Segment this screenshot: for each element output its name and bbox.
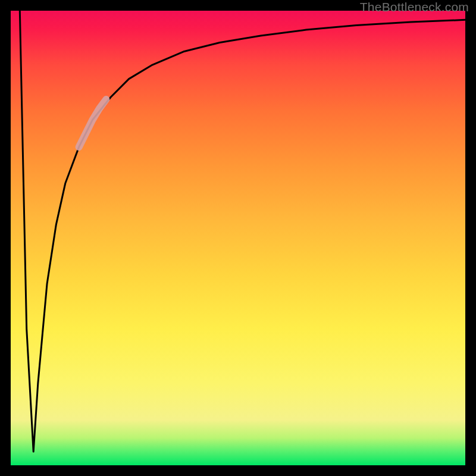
curve-svg	[11, 11, 465, 465]
chart-frame: TheBottleneck.com	[0, 0, 476, 476]
highlight-segment	[79, 99, 107, 147]
watermark-text: TheBottleneck.com	[360, 0, 469, 14]
bottleneck-curve	[20, 11, 465, 452]
